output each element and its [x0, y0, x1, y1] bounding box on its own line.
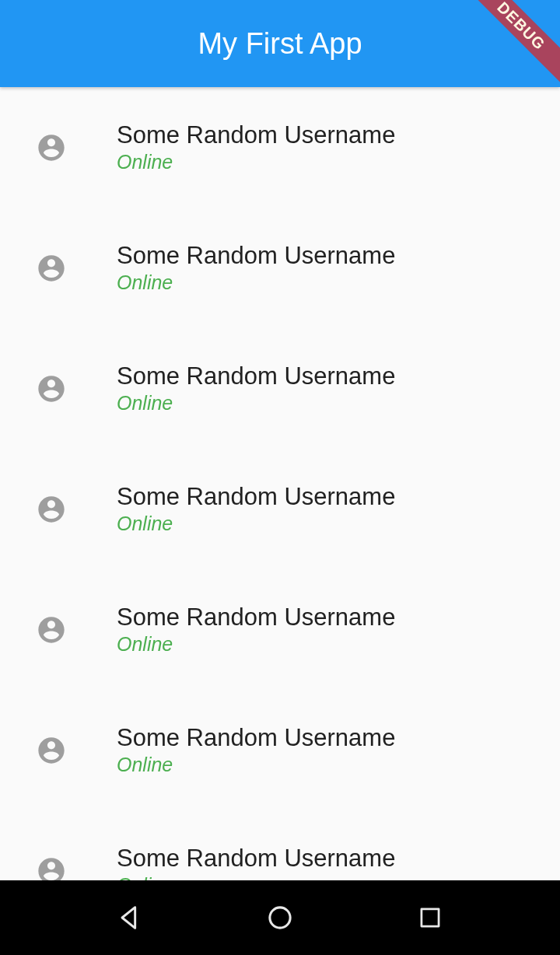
avatar-icon — [36, 132, 67, 163]
avatar-icon — [36, 373, 67, 404]
list-item[interactable]: Some Random Username Online — [0, 87, 560, 208]
status-label: Online — [117, 754, 395, 776]
status-label: Online — [117, 392, 395, 415]
avatar-icon — [36, 735, 67, 766]
avatar-icon — [36, 253, 67, 284]
user-list: Some Random Username Online Some Random … — [0, 87, 560, 880]
list-item[interactable]: Some Random Username Online — [0, 569, 560, 690]
list-item[interactable]: Some Random Username Online — [0, 208, 560, 328]
username-label: Some Random Username — [117, 483, 395, 511]
avatar-icon — [36, 494, 67, 525]
nav-recents-button[interactable] — [411, 899, 449, 936]
status-label: Online — [117, 633, 395, 656]
username-label: Some Random Username — [117, 362, 395, 390]
app-title: My First App — [198, 27, 362, 61]
username-label: Some Random Username — [117, 603, 395, 631]
status-label: Online — [117, 271, 395, 294]
svg-point-0 — [270, 908, 290, 928]
username-label: Some Random Username — [117, 845, 395, 873]
status-label: Online — [117, 512, 395, 535]
list-item[interactable]: Some Random Username Online — [0, 690, 560, 810]
svg-rect-1 — [422, 909, 439, 926]
username-label: Some Random Username — [117, 121, 395, 149]
nav-back-button[interactable] — [111, 899, 149, 936]
avatar-icon — [36, 855, 67, 881]
avatar-icon — [36, 614, 67, 645]
username-label: Some Random Username — [117, 724, 395, 752]
status-label: Online — [117, 151, 395, 173]
status-label: Online — [117, 874, 395, 880]
list-item[interactable]: Some Random Username Online — [0, 810, 560, 880]
android-nav-bar — [0, 880, 560, 955]
app-bar: My First App — [0, 0, 560, 87]
list-item[interactable]: Some Random Username Online — [0, 328, 560, 449]
list-item[interactable]: Some Random Username Online — [0, 449, 560, 569]
nav-home-button[interactable] — [261, 899, 299, 936]
username-label: Some Random Username — [117, 242, 395, 270]
